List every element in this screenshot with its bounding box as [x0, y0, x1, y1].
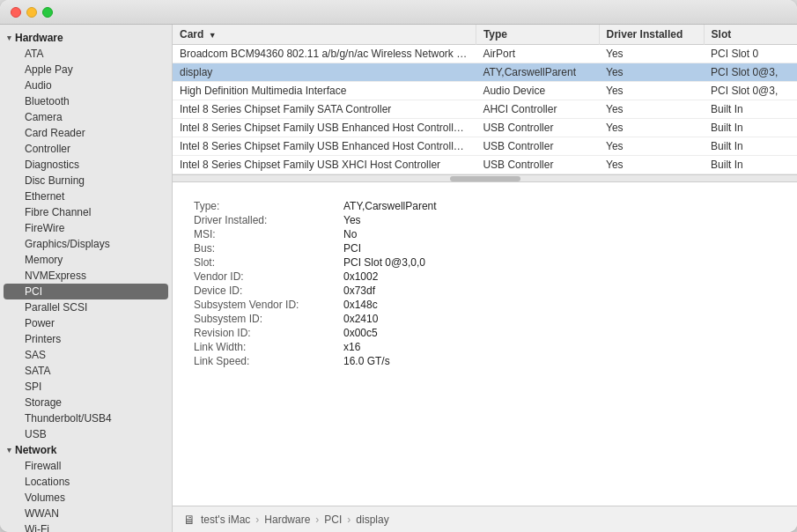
detail-label: Vendor ID:: [194, 270, 343, 283]
cell-type: Audio Device: [476, 82, 599, 100]
breadcrumb-pci: PCI: [324, 514, 342, 526]
table-wrapper[interactable]: Card ▼ Type Driver Installed Slot Broadc…: [173, 25, 797, 174]
horizontal-scrollbar[interactable]: [173, 174, 797, 181]
table-row[interactable]: Intel 8 Series Chipset Family USB Enhanc…: [173, 119, 797, 137]
detail-label: Slot:: [194, 256, 343, 269]
sidebar-item-locations[interactable]: Locations: [4, 474, 168, 490]
cell-card: Intel 8 Series Chipset Family SATA Contr…: [173, 100, 476, 119]
sidebar-item-memory[interactable]: Memory: [4, 252, 168, 268]
breadcrumb-computer-icon: 🖥: [183, 513, 196, 527]
cell-card: display: [173, 63, 476, 82]
col-type[interactable]: Type: [476, 25, 599, 45]
sidebar-item-wwan[interactable]: WWAN: [4, 506, 168, 521]
sidebar-item-wi-fi[interactable]: Wi-Fi: [4, 521, 168, 532]
col-driver[interactable]: Driver Installed: [599, 25, 704, 45]
breadcrumb-hardware: Hardware: [264, 514, 310, 526]
chevron-icon: ▾: [7, 33, 11, 42]
detail-section: Type:ATY,CarswellParentDriver Installed:…: [173, 182, 797, 506]
detail-value: 0x73df: [343, 284, 783, 297]
sidebar-item-power[interactable]: Power: [4, 315, 168, 331]
detail-value: 0x2410: [343, 313, 783, 325]
table-row[interactable]: displayATY,CarswellParentYesPCI Slot 0@3…: [173, 63, 797, 82]
sidebar-item-storage[interactable]: Storage: [4, 395, 168, 410]
sidebar-item-card-reader[interactable]: Card Reader: [4, 125, 168, 141]
sidebar-item-spi[interactable]: SPI: [4, 379, 168, 395]
cell-slot: PCI Slot 0@3,: [704, 82, 797, 100]
sidebar-item-camera[interactable]: Camera: [4, 109, 168, 125]
sidebar-item-firewall[interactable]: Firewall: [4, 458, 168, 474]
sidebar-item-usb[interactable]: USB: [4, 426, 168, 442]
table-body: Broadcom BCM94360 802.11 a/b/g/n/ac Wire…: [173, 45, 797, 174]
cell-slot: Built In: [704, 156, 797, 174]
detail-value: 16.0 GT/s: [343, 355, 783, 367]
maximize-button[interactable]: [42, 7, 53, 18]
cell-card: Broadcom BCM94360 802.11 a/b/g/n/ac Wire…: [173, 45, 476, 63]
sidebar-item-sata[interactable]: SATA: [4, 363, 168, 379]
cell-type: AirPort: [476, 45, 599, 63]
detail-label: Type:: [194, 200, 343, 212]
detail-label: Driver Installed:: [194, 214, 343, 226]
sidebar-item-audio[interactable]: Audio: [4, 78, 168, 93]
table-row[interactable]: High Definition Multimedia InterfaceAudi…: [173, 82, 797, 100]
title-bar: [0, 0, 797, 25]
cell-card: Intel 8 Series Chipset Family USB XHCI H…: [173, 156, 476, 174]
scrollbar-thumb[interactable]: [450, 176, 520, 181]
sidebar-item-printers[interactable]: Printers: [4, 331, 168, 347]
detail-value: 0x148c: [343, 299, 783, 311]
sidebar-item-bluetooth[interactable]: Bluetooth: [4, 93, 168, 109]
sidebar-item-apple-pay[interactable]: Apple Pay: [4, 62, 168, 78]
table-row[interactable]: Broadcom BCM94360 802.11 a/b/g/n/ac Wire…: [173, 45, 797, 63]
cell-slot: PCI Slot 0@3,: [704, 63, 797, 82]
sidebar-item-firewire[interactable]: FireWire: [4, 220, 168, 236]
table-row[interactable]: Intel 8 Series Chipset Family USB XHCI H…: [173, 156, 797, 174]
sidebar-item-ata[interactable]: ATA: [4, 46, 168, 62]
table-row[interactable]: Intel 8 Series Chipset Family SATA Contr…: [173, 100, 797, 119]
table-row[interactable]: Intel 8 Series Chipset Family USB Enhanc…: [173, 137, 797, 156]
main-window: ▾HardwareATAApple PayAudioBluetoothCamer…: [0, 0, 797, 532]
sidebar-section-network[interactable]: ▾Network: [0, 442, 172, 458]
detail-grid: Type:ATY,CarswellParentDriver Installed:…: [194, 200, 783, 367]
detail-value: PCI Slot 0@3,0,0: [343, 256, 783, 269]
sidebar-item-graphics-displays[interactable]: Graphics/Displays: [4, 236, 168, 252]
sidebar-item-sas[interactable]: SAS: [4, 347, 168, 363]
col-slot[interactable]: Slot: [704, 25, 797, 45]
breadcrumb-sep-2: ›: [315, 514, 319, 526]
close-button[interactable]: [11, 7, 21, 18]
traffic-lights: [11, 7, 53, 18]
cell-slot: Built In: [704, 100, 797, 119]
content-area: Card ▼ Type Driver Installed Slot Broadc…: [173, 25, 797, 532]
sidebar-item-parallel-scsi[interactable]: Parallel SCSI: [4, 299, 168, 315]
cell-type: ATY,CarswellParent: [476, 63, 599, 82]
sidebar: ▾HardwareATAApple PayAudioBluetoothCamer…: [0, 25, 173, 532]
table-header: Card ▼ Type Driver Installed Slot: [173, 25, 797, 45]
sidebar-section-hardware[interactable]: ▾Hardware: [0, 30, 172, 46]
sidebar-item-volumes[interactable]: Volumes: [4, 490, 168, 506]
cell-type: USB Controller: [476, 119, 599, 137]
sort-arrow-card: ▼: [209, 31, 217, 40]
chevron-icon: ▾: [7, 446, 11, 454]
sidebar-item-nvmexpress[interactable]: NVMExpress: [4, 268, 168, 284]
cell-driver: Yes: [599, 63, 704, 82]
cell-driver: Yes: [599, 137, 704, 156]
sidebar-item-ethernet[interactable]: Ethernet: [4, 188, 168, 204]
sidebar-item-pci[interactable]: PCI: [4, 284, 168, 299]
sidebar-item-thunderbolt-usb4[interactable]: Thunderbolt/USB4: [4, 410, 168, 426]
col-card[interactable]: Card ▼: [173, 25, 476, 45]
detail-label: Link Width:: [194, 341, 343, 353]
cell-slot: PCI Slot 0: [704, 45, 797, 63]
breadcrumb-root: test's iMac: [201, 514, 250, 526]
detail-label: Subsystem ID:: [194, 313, 343, 325]
minimize-button[interactable]: [26, 7, 37, 18]
sidebar-item-disc-burning[interactable]: Disc Burning: [4, 173, 168, 188]
detail-label: Bus:: [194, 242, 343, 255]
detail-value: x16: [343, 341, 783, 353]
detail-label: Subsystem Vendor ID:: [194, 299, 343, 311]
sidebar-item-diagnostics[interactable]: Diagnostics: [4, 157, 168, 173]
section-label: Network: [15, 444, 56, 456]
breadcrumb-sep-3: ›: [347, 514, 351, 526]
detail-label: Device ID:: [194, 284, 343, 297]
sidebar-item-controller[interactable]: Controller: [4, 141, 168, 157]
sidebar-item-fibre-channel[interactable]: Fibre Channel: [4, 204, 168, 220]
cell-driver: Yes: [599, 119, 704, 137]
cell-slot: Built In: [704, 119, 797, 137]
